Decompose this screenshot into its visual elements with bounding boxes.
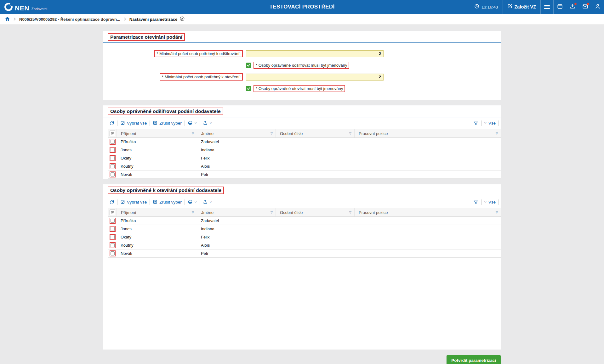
server-time: 13:16:43 bbox=[470, 0, 503, 14]
chevron-right-icon bbox=[124, 16, 126, 22]
table-row[interactable]: Jones Indiana bbox=[108, 225, 501, 233]
table-row[interactable]: Příručka Zadavatel bbox=[108, 138, 501, 146]
home-button[interactable] bbox=[5, 16, 10, 23]
footer-actions: Potvrdit parametrizaci bbox=[103, 355, 501, 364]
row-checkbox[interactable] bbox=[111, 172, 115, 176]
column-filter-icon[interactable]: ▽ bbox=[271, 211, 273, 214]
column-filter-icon[interactable]: ▽ bbox=[192, 132, 194, 135]
column-filter-icon[interactable]: ▽ bbox=[192, 211, 194, 214]
cell-surname: Okátý bbox=[117, 156, 197, 160]
table-row[interactable]: Příručka Zadavatel bbox=[108, 217, 501, 225]
row-checkbox[interactable] bbox=[111, 251, 115, 255]
cell-surname: Příručka bbox=[117, 139, 197, 144]
column-settings-button[interactable] bbox=[110, 210, 115, 215]
cell-name: Alois bbox=[197, 164, 276, 169]
export-button[interactable]: ▽ bbox=[200, 199, 215, 205]
row-checkbox[interactable] bbox=[111, 140, 115, 144]
downloads-button[interactable] bbox=[566, 0, 579, 14]
view-all-dropdown[interactable]: ▽ Vše bbox=[481, 121, 499, 126]
clear-selection-button[interactable]: Zrušit výběr bbox=[150, 199, 185, 205]
table-header-row: Příjmení ▽ Jméno ▽ Osobní číslo ▽ Pracov… bbox=[108, 208, 501, 217]
decrypt-count-input[interactable] bbox=[246, 50, 384, 57]
form-row: * Osoby oprávněné odšifrovat musí být jm… bbox=[103, 62, 501, 69]
nen-logo[interactable]: NEN Zadavatel bbox=[4, 3, 47, 11]
cell-surname: Koutný bbox=[117, 243, 197, 248]
select-all-icon bbox=[120, 120, 125, 126]
breadcrumb-item-case[interactable]: N006/25/V00005292 - Řešení optimalizace … bbox=[19, 17, 120, 22]
cell-surname: Novák bbox=[117, 251, 197, 256]
table-row[interactable]: Okátý Felix bbox=[108, 154, 501, 162]
column-header-position[interactable]: Pracovní pozice ▽ bbox=[354, 208, 501, 216]
open-named-label: * Osoby oprávněné otevírat musí být jmen… bbox=[254, 85, 345, 92]
form-row: * Minimální počet osob potřebný k odšifr… bbox=[103, 50, 501, 57]
column-settings-button[interactable] bbox=[110, 131, 115, 136]
table-row[interactable]: Novák Petr bbox=[108, 171, 501, 179]
clear-selection-icon bbox=[153, 199, 157, 205]
column-filter-icon[interactable]: ▽ bbox=[496, 211, 498, 214]
column-header-name[interactable]: Jméno ▽ bbox=[197, 129, 276, 137]
export-icon bbox=[203, 120, 208, 126]
table-row[interactable]: Novák Petr bbox=[108, 249, 501, 258]
decrypt-named-label: * Osoby oprávněné odšifrovat musí být jm… bbox=[254, 62, 349, 69]
open-persons-section: Osoby oprávněné k otevírání podání dodav… bbox=[103, 184, 501, 350]
row-checkbox[interactable] bbox=[111, 227, 115, 231]
table-toolbar: Vybrat vše Zrušit výběr ▽ bbox=[103, 117, 501, 129]
row-checkbox[interactable] bbox=[111, 156, 115, 160]
table-row[interactable]: Jones Indiana bbox=[108, 146, 501, 154]
print-button[interactable]: ▽ bbox=[185, 199, 200, 205]
column-filter-icon[interactable]: ▽ bbox=[496, 132, 498, 135]
decrypt-persons-table: Příjmení ▽ Jméno ▽ Osobní číslo ▽ Pracov… bbox=[108, 129, 501, 179]
decrypt-named-checkbox[interactable] bbox=[246, 63, 251, 68]
open-named-checkbox[interactable] bbox=[246, 86, 251, 91]
column-filter-icon[interactable]: ▽ bbox=[349, 211, 351, 214]
row-checkbox[interactable] bbox=[111, 243, 115, 247]
column-filter-icon[interactable]: ▽ bbox=[349, 132, 351, 135]
print-button[interactable]: ▽ bbox=[185, 120, 200, 126]
filter-button[interactable] bbox=[470, 200, 481, 205]
row-checkbox[interactable] bbox=[111, 148, 115, 152]
decrypt-persons-section: Osoby oprávněné odšifrovat podání dodava… bbox=[103, 105, 501, 179]
row-checkbox[interactable] bbox=[111, 164, 115, 168]
form-row: * Minimální počet osob potřebný k otevře… bbox=[103, 73, 501, 81]
close-icon[interactable] bbox=[179, 16, 185, 23]
column-filter-icon[interactable]: ▽ bbox=[271, 132, 273, 135]
open-count-input[interactable] bbox=[246, 74, 384, 81]
row-checkbox[interactable] bbox=[111, 219, 115, 223]
column-header-personal-number[interactable]: Osobní číslo ▽ bbox=[276, 129, 354, 137]
column-header-surname[interactable]: Příjmení ▽ bbox=[117, 129, 197, 137]
calendar-button[interactable] bbox=[554, 0, 566, 14]
refresh-button[interactable] bbox=[106, 121, 117, 126]
cell-name: Indiana bbox=[197, 227, 276, 231]
section-title: Osoby oprávněné k otevírání podání dodav… bbox=[108, 187, 224, 194]
clock-icon bbox=[474, 4, 479, 10]
row-checkbox[interactable] bbox=[111, 235, 115, 239]
environment-title: TESTOVACÍ PROSTŘEDÍ bbox=[269, 4, 334, 10]
user-button[interactable] bbox=[591, 0, 604, 14]
table-row[interactable]: Koutný Alois bbox=[108, 241, 501, 249]
messages-button[interactable] bbox=[579, 0, 591, 14]
column-header-position[interactable]: Pracovní pozice ▽ bbox=[354, 129, 501, 137]
view-all-dropdown[interactable]: ▽ Vše bbox=[481, 200, 499, 204]
breadcrumb-item-current[interactable]: Nastavení parametrizace bbox=[129, 17, 177, 22]
select-all-button[interactable]: Vybrat vše bbox=[117, 199, 150, 205]
open-count-label: * Minimální počet osob potřebný k otevře… bbox=[160, 73, 243, 81]
export-button[interactable]: ▽ bbox=[200, 120, 215, 126]
menu-button[interactable] bbox=[541, 0, 553, 14]
confirm-parametrization-button[interactable]: Potvrdit parametrizaci bbox=[447, 355, 501, 364]
open-persons-table: Příjmení ▽ Jméno ▽ Osobní číslo ▽ Pracov… bbox=[108, 208, 501, 258]
column-header-personal-number[interactable]: Osobní číslo ▽ bbox=[276, 208, 354, 216]
menu-icon bbox=[544, 5, 550, 9]
logo-subtitle: Zadavatel bbox=[31, 7, 48, 11]
table-row[interactable]: Koutný Alois bbox=[108, 162, 501, 171]
section-title: Parametrizace otevírání podání bbox=[108, 33, 185, 41]
clear-selection-button[interactable]: Zrušit výběr bbox=[150, 120, 185, 126]
column-header-name[interactable]: Jméno ▽ bbox=[197, 208, 276, 216]
parametrization-form: * Minimální počet osob potřebný k odšifr… bbox=[103, 43, 501, 100]
select-all-button[interactable]: Vybrat vše bbox=[117, 120, 150, 126]
create-vz-button[interactable]: Založit VZ bbox=[503, 0, 540, 14]
column-header-surname[interactable]: Příjmení ▽ bbox=[117, 208, 197, 216]
refresh-button[interactable] bbox=[106, 200, 117, 205]
filter-button[interactable] bbox=[470, 121, 481, 126]
cell-name: Alois bbox=[197, 243, 276, 248]
table-row[interactable]: Okátý Felix bbox=[108, 233, 501, 241]
